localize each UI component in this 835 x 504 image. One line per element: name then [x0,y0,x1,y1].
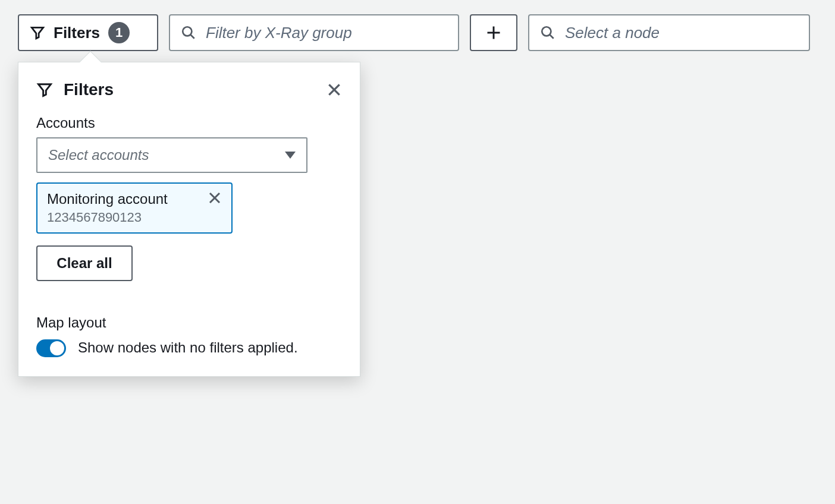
node-name: TestLambda [602,423,708,442]
placeholder-text: Filter by X-Ray group [206,24,352,42]
caret-down-icon [285,152,296,159]
edge-stat-rate: 1.00 t/min [476,351,528,365]
accounts-label: Accounts [36,115,342,131]
filters-count-badge: 1 [108,22,130,43]
filter-icon [30,25,45,40]
edge-arrow [416,342,589,359]
popover-title: Filters [64,80,114,99]
node-testlambda[interactable]: TestLambda Lambda Function [578,271,733,465]
lambda-icon [623,307,688,377]
svg-marker-1 [577,346,586,355]
clear-all-button[interactable]: Clear all [36,245,133,281]
token-name: Monitoring account [47,191,168,207]
select-placeholder: Select accounts [48,147,149,163]
placeholder-text: Select a node [565,24,660,42]
close-icon[interactable] [327,82,342,97]
filters-button[interactable]: Filters 1 [18,14,158,51]
filter-icon [36,81,53,98]
status-ring-icon [602,427,613,438]
node-name: ambda [250,415,476,434]
search-icon [540,25,555,40]
svg-line-9 [550,34,554,39]
account-token: Monitoring account 1234567890123 [36,182,233,234]
alert-icon [684,270,705,291]
xray-group-filter-input[interactable]: Filter by X-Ray group [169,14,459,51]
popover-arrow [80,51,102,73]
toggle-description: Show nodes with no filters applied. [78,337,298,358]
toolbar: Filters 1 Filter by X-Ray group Select a… [0,0,835,51]
svg-point-8 [542,27,551,36]
accounts-select[interactable]: Select accounts [36,137,307,173]
add-button[interactable] [470,14,517,51]
toggle-knob [50,341,64,355]
svg-rect-3 [693,284,696,286]
search-icon [181,25,196,40]
map-layout-label: Map layout [36,314,342,331]
clear-label: Clear all [56,255,112,272]
select-node-input[interactable]: Select a node [528,14,810,51]
token-remove-icon[interactable] [208,191,222,205]
svg-line-5 [190,34,194,39]
show-nodes-toggle[interactable] [36,339,66,357]
node-circle [584,271,727,414]
filters-label: Filters [54,24,100,42]
svg-rect-2 [693,276,696,282]
filters-popover: Filters Accounts Select accounts Monitor… [18,62,360,377]
node-type: Lambda Context [250,440,476,458]
svg-point-4 [183,27,192,36]
token-id: 1234567890123 [47,210,168,225]
edge-label: Ok 100% 1.00 t/min [466,332,538,370]
plus-icon [485,24,502,41]
node-type: Lambda Function [578,446,733,465]
edge-stat-ok: Ok 100% [476,336,528,351]
